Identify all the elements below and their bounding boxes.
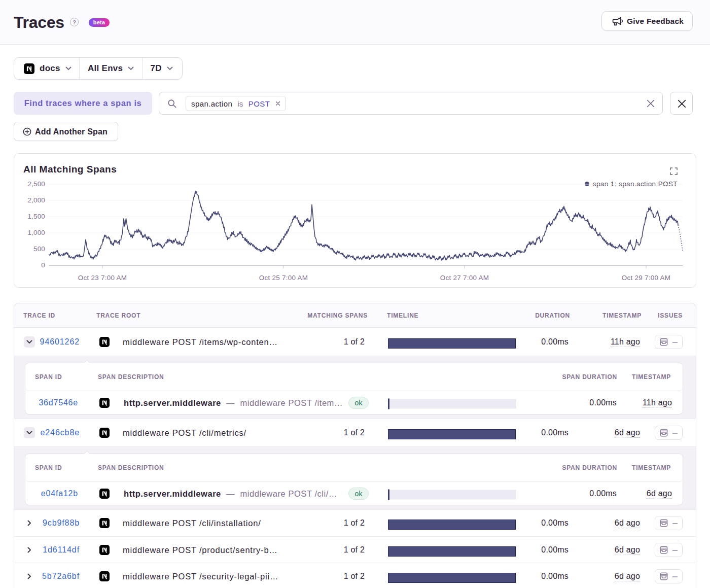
svg-text:Oct 23 7:00 AM: Oct 23 7:00 AM [78, 274, 127, 282]
svg-text:Oct 27 7:00 AM: Oct 27 7:00 AM [440, 274, 489, 282]
svg-text:1,500: 1,500 [27, 213, 45, 220]
svg-text:500: 500 [33, 245, 45, 253]
svg-text:Oct 25 7:00 AM: Oct 25 7:00 AM [259, 274, 308, 282]
svg-text:0: 0 [41, 261, 45, 269]
svg-text:2,000: 2,000 [27, 196, 45, 204]
svg-text:Oct 29 7:00 AM: Oct 29 7:00 AM [622, 274, 671, 282]
svg-text:1,000: 1,000 [27, 229, 45, 236]
svg-text:2,500: 2,500 [27, 180, 45, 188]
